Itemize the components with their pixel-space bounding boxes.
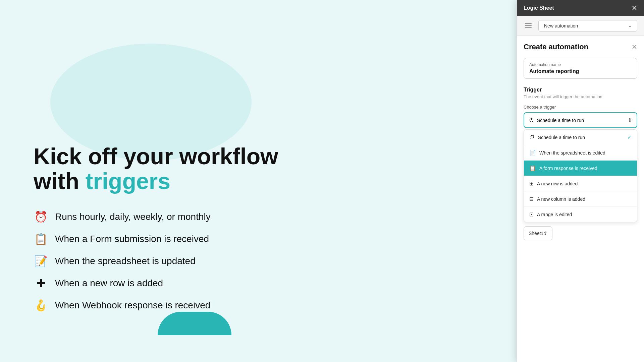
sheet-label: Sheet1 bbox=[529, 231, 543, 236]
dropdown-item[interactable]: 📋 A form response is received bbox=[524, 161, 637, 176]
schedule-icon: ⏱ bbox=[529, 117, 534, 123]
dropdown-item[interactable]: ⊞ A new row is added bbox=[524, 176, 637, 191]
create-automation-close-button[interactable]: ✕ bbox=[632, 43, 637, 51]
trigger-subtitle: The event that will trigger the automati… bbox=[524, 94, 637, 99]
dropdown-item-icon: ⏱ bbox=[529, 134, 535, 140]
create-automation-title: Create automation bbox=[524, 43, 588, 51]
feature-text: When a new row is added bbox=[55, 278, 163, 289]
automation-name-value: Automate reporting bbox=[529, 68, 632, 74]
dropdown-item-icon: ⊞ bbox=[529, 180, 534, 187]
feature-item: 📝 When the spreadsheet is updated bbox=[34, 255, 490, 267]
hamburger-line-2 bbox=[525, 25, 532, 26]
feature-list: ⏰ Runs hourly, daily, weekly, or monthly… bbox=[34, 210, 490, 312]
left-content: Kick off your workflow with triggers ⏰ R… bbox=[0, 0, 517, 362]
check-icon: ✓ bbox=[627, 134, 632, 140]
dropdown-item-label: Schedule a time to run bbox=[538, 135, 585, 140]
hamburger-menu-button[interactable] bbox=[524, 22, 533, 29]
feature-item: 📋 When a Form submission is received bbox=[34, 233, 490, 245]
headline-line1: Kick off your workflow bbox=[34, 143, 278, 169]
dropdown-item-left: ⊡ A range is edited bbox=[529, 211, 572, 218]
new-automation-button[interactable]: New automation ⌄ bbox=[538, 20, 637, 32]
feature-text: When Webhook response is received bbox=[55, 300, 210, 311]
dropdown-arrows-icon: ⇕ bbox=[628, 117, 632, 123]
panel-close-button[interactable]: ✕ bbox=[632, 5, 637, 11]
feature-text: Runs hourly, daily, weekly, or monthly bbox=[55, 212, 211, 222]
dropdown-item[interactable]: ⊟ A new column is added bbox=[524, 191, 637, 207]
feature-item: ✚ When a new row is added bbox=[34, 277, 490, 290]
headline: Kick off your workflow with triggers bbox=[34, 144, 490, 194]
feature-icon: 📋 bbox=[34, 233, 48, 245]
dropdown-item-label: A form response is received bbox=[539, 166, 597, 171]
dropdown-list: ⏱ Schedule a time to run ✓ 📄 When the sp… bbox=[524, 129, 637, 222]
dropdown-item-label: A new row is added bbox=[537, 181, 578, 186]
panel-title: Logic Sheet bbox=[524, 5, 554, 11]
right-panel: Logic Sheet ✕ New automation ⌄ Create au… bbox=[517, 0, 644, 362]
trigger-dropdown-button[interactable]: ⏱ Schedule a time to run ⇕ bbox=[524, 112, 637, 128]
feature-icon: ⏰ bbox=[34, 210, 48, 223]
trigger-dropdown-left: ⏱ Schedule a time to run bbox=[529, 117, 584, 123]
dropdown-item-icon: ⊟ bbox=[529, 196, 534, 202]
feature-icon: ✚ bbox=[34, 277, 48, 290]
dropdown-item-left: ⊞ A new row is added bbox=[529, 180, 578, 187]
choose-trigger-label: Choose a trigger bbox=[524, 105, 637, 110]
sheet-selector-button[interactable]: Sheet1 ⇕ bbox=[524, 226, 552, 240]
hamburger-line-1 bbox=[525, 23, 532, 24]
dropdown-item-icon: 📄 bbox=[529, 149, 536, 156]
dropdown-item[interactable]: 📄 When the spreadsheet is edited bbox=[524, 145, 637, 161]
feature-text: When the spreadsheet is updated bbox=[55, 256, 196, 266]
panel-body: Create automation ✕ Automation name Auto… bbox=[517, 36, 644, 362]
feature-item: ⏰ Runs hourly, daily, weekly, or monthly bbox=[34, 210, 490, 223]
dropdown-item[interactable]: ⊡ A range is edited bbox=[524, 207, 637, 222]
dropdown-item-left: ⊟ A new column is added bbox=[529, 196, 585, 202]
selected-trigger-label: Schedule a time to run bbox=[537, 118, 584, 123]
automation-name-field[interactable]: Automation name Automate reporting bbox=[524, 58, 637, 79]
dropdown-item-label: A range is edited bbox=[537, 212, 572, 217]
teal-bottom-circle bbox=[158, 312, 231, 335]
automation-name-label: Automation name bbox=[529, 62, 632, 67]
sheet-selector-arrows-icon: ⇕ bbox=[543, 231, 547, 236]
feature-icon: 🪝 bbox=[34, 299, 48, 312]
feature-text: When a Form submission is received bbox=[55, 234, 209, 244]
dropdown-item-icon: 📋 bbox=[529, 165, 536, 171]
hamburger-line-3 bbox=[525, 27, 532, 28]
dropdown-item-left: 📋 A form response is received bbox=[529, 165, 597, 171]
feature-item: 🪝 When Webhook response is received bbox=[34, 299, 490, 312]
panel-header: Logic Sheet ✕ bbox=[517, 0, 644, 16]
dropdown-item-label: When the spreadsheet is edited bbox=[539, 150, 605, 156]
dropdown-item[interactable]: ⏱ Schedule a time to run ✓ bbox=[524, 130, 637, 145]
dropdown-item-left: ⏱ Schedule a time to run bbox=[529, 134, 585, 140]
dropdown-item-label: A new column is added bbox=[537, 196, 585, 202]
background-circle bbox=[50, 44, 252, 161]
chevron-down-icon: ⌄ bbox=[628, 23, 632, 28]
headline-highlight: triggers bbox=[86, 168, 170, 194]
dropdown-item-icon: ⊡ bbox=[529, 211, 534, 218]
feature-icon: 📝 bbox=[34, 255, 48, 267]
trigger-title: Trigger bbox=[524, 87, 637, 93]
panel-toolbar: New automation ⌄ bbox=[517, 16, 644, 36]
trigger-section: Trigger The event that will trigger the … bbox=[524, 87, 637, 240]
headline-line2: with bbox=[34, 168, 86, 194]
new-automation-label: New automation bbox=[544, 23, 578, 28]
dropdown-item-left: 📄 When the spreadsheet is edited bbox=[529, 149, 605, 156]
create-automation-header: Create automation ✕ bbox=[524, 43, 637, 51]
